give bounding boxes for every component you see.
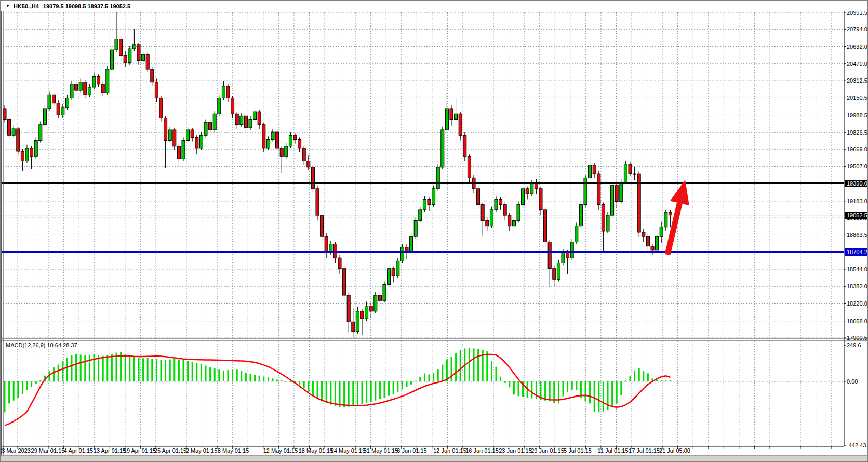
macd-histogram-bar (75, 354, 77, 381)
candle (115, 12, 118, 52)
candle (365, 301, 368, 321)
candle (258, 110, 261, 129)
macd-histogram-bar (281, 380, 283, 381)
candle (637, 171, 640, 237)
candle (455, 98, 458, 121)
time-axis-label: 11 Jul 01:15 (597, 447, 628, 454)
macd-histogram-bar (585, 381, 586, 401)
price-axis-label: 20312.5 (847, 77, 867, 84)
candle (499, 197, 502, 210)
chart-menu-dropdown-icon[interactable]: ▼ (6, 4, 10, 8)
chart-canvas[interactable]: 20951.520794.020632.020470.020312.520150… (1, 1, 868, 462)
macd-histogram-bar (178, 360, 180, 381)
candle (450, 105, 453, 126)
macd-histogram-bar (625, 380, 626, 381)
macd-histogram-bar (611, 381, 613, 407)
candle (664, 210, 667, 231)
time-axis-label: 21 Jul 05:00 (659, 447, 690, 454)
macd-histogram-bar (142, 358, 144, 381)
candle (624, 161, 627, 184)
macd-histogram-bar (263, 376, 264, 381)
macd-histogram-bar (173, 359, 175, 381)
candle (579, 201, 582, 228)
macd-histogram-bar (393, 381, 394, 394)
time-axis-label: 24 May 01:15 (331, 447, 366, 454)
macd-histogram-bar (201, 364, 202, 381)
time-axis-label: 31 May 01:15 (364, 447, 398, 454)
macd-histogram-bar (603, 381, 604, 412)
ohlc-values-label: 19079.5 19098.5 18937.5 19052.5 (43, 3, 130, 9)
candle (182, 137, 185, 161)
candle (57, 100, 60, 118)
candle (119, 36, 123, 60)
macd-histogram-bar (22, 381, 23, 394)
price-axis-label: 19669.0 (847, 146, 867, 152)
macd-histogram-bar (509, 381, 510, 387)
candle (642, 229, 645, 242)
price-axis-label: 19988.5 (847, 112, 867, 118)
macd-histogram-bar (133, 357, 135, 381)
candle (570, 239, 573, 260)
candle (311, 165, 314, 193)
macd-histogram-bar (147, 358, 149, 381)
candle (48, 91, 51, 111)
macd-histogram-bar (643, 371, 644, 381)
macd-histogram-bar (161, 360, 162, 381)
candle (75, 82, 78, 94)
macd-histogram-bar (13, 381, 15, 401)
macd-histogram-bar (496, 367, 497, 381)
candle (526, 187, 529, 200)
candle (101, 82, 104, 96)
macd-histogram-bar (518, 381, 519, 396)
candle (508, 213, 511, 231)
time-axis-label: 23 Mar 2023 (1, 447, 31, 454)
macd-histogram-bar (151, 359, 153, 381)
price-axis-label: 17900.5 (847, 335, 867, 341)
candle (352, 308, 355, 338)
macd-histogram-bar (366, 381, 367, 403)
candle (173, 128, 176, 150)
candle (512, 217, 515, 228)
macd-histogram-bar (106, 355, 108, 381)
candle (235, 112, 238, 129)
candle (92, 73, 96, 89)
macd-histogram-bar (303, 381, 305, 388)
candle (517, 201, 520, 222)
macd-histogram-bar (250, 374, 251, 381)
candle (132, 29, 136, 51)
macd-histogram-bar (343, 381, 345, 407)
candle (106, 66, 109, 95)
macd-histogram-bar (49, 371, 50, 381)
candle (298, 137, 301, 152)
candle (392, 267, 395, 283)
candle (423, 196, 426, 212)
candle (463, 132, 466, 161)
macd-histogram-bar (352, 381, 354, 406)
candle (445, 89, 448, 132)
macd-histogram-bar (58, 365, 59, 381)
candle (84, 80, 87, 98)
macd-histogram-bar (94, 354, 95, 381)
candle (566, 250, 569, 274)
candle (414, 217, 417, 239)
candle (289, 132, 292, 148)
candle (110, 47, 113, 71)
candle (151, 67, 154, 86)
macd-histogram-bar (116, 353, 117, 381)
candle (374, 292, 377, 313)
candle (146, 52, 149, 72)
price-axis-label: 20470.0 (847, 61, 867, 67)
macd-histogram-bar (80, 355, 82, 381)
candle (548, 240, 551, 286)
macd-histogram-bar (183, 360, 184, 381)
candle (378, 292, 381, 307)
macd-histogram-bar (290, 381, 291, 382)
macd-histogram-bar (419, 377, 421, 381)
candle (137, 43, 140, 65)
candle (486, 217, 489, 231)
macd-histogram-bar (214, 368, 216, 381)
macd-histogram-bar (661, 380, 662, 381)
macd-histogram-bar (321, 381, 323, 401)
price-axis-label: 18863.5 (847, 232, 867, 238)
candle (21, 149, 24, 171)
